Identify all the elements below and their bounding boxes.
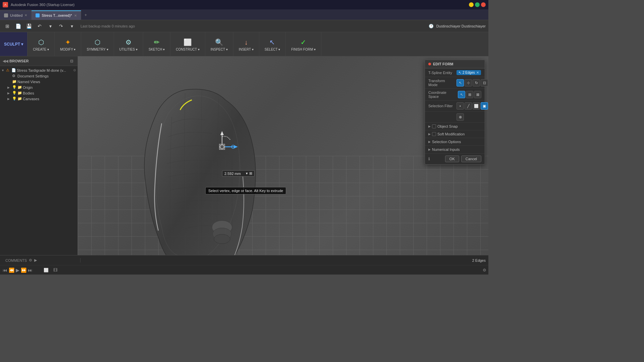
browser-collapse-icon[interactable]: ◀◀ (3, 59, 8, 63)
tree-item-root[interactable]: ▼ ⚠ 📄 Stress Tardigrade M-done (v... ⚙ (0, 67, 77, 73)
modify-label: MODIFY ▾ (60, 48, 75, 51)
tab-close-untitled[interactable]: ✕ (24, 13, 27, 17)
tree-arrow-origin: ▶ (7, 86, 11, 89)
finish-form-button[interactable]: ✓ FINISH FORM ▾ (288, 36, 318, 53)
play-button[interactable]: ▶ (16, 267, 19, 273)
tab-add-button[interactable]: + (81, 10, 91, 20)
browser-expand-button[interactable]: ⊡ (68, 58, 75, 64)
view-btn-1[interactable]: ⬜ (42, 266, 50, 274)
settings-button[interactable]: ⚙ (480, 266, 488, 274)
close-button[interactable] (481, 2, 486, 7)
comments-label: COMMENTS (5, 258, 27, 262)
filter-btn-1[interactable]: • (457, 102, 464, 110)
object-snap-checkbox[interactable] (432, 124, 436, 128)
inspect-button[interactable]: 🔍 INSPECT ▾ (208, 36, 230, 53)
edit-form-dot (428, 63, 431, 65)
ok-button[interactable]: OK (445, 156, 459, 162)
transform-mode-btn-4[interactable]: ⊡ (481, 79, 488, 86)
maximize-button[interactable] (475, 2, 480, 7)
apps-button[interactable]: ⊞ (3, 21, 12, 31)
comments-expand-icon[interactable]: ▶ (34, 258, 37, 262)
tree-settings-icon[interactable]: ⚙ (73, 68, 76, 72)
tree-arrow-docsettings (7, 74, 11, 78)
object-snap-section[interactable]: ▶ Object Snap (425, 123, 485, 130)
selection-filter-icons: • ╱ ⬜ ▣ (457, 102, 488, 110)
svg-marker-6 (220, 131, 224, 135)
numerical-inputs-section[interactable]: ▶ Numerical Inputs (425, 146, 485, 154)
selection-options-section[interactable]: ▶ Selection Options (425, 138, 485, 146)
filter-btn-3[interactable]: ⬜ (473, 102, 480, 110)
transform-mode-btn-3[interactable]: ↻ (473, 79, 480, 86)
view-controls: ⬜ 🎞 (42, 266, 59, 274)
value-input-expand[interactable]: ⊞ (249, 171, 252, 176)
tab-untitled[interactable]: Untitled ✕ (0, 10, 32, 20)
viewport[interactable]: Select vertex, edge or face. Alt Key to … (78, 56, 488, 255)
viewport-tooltip: Select vertex, edge or face. Alt Key to … (205, 187, 286, 194)
prev-button[interactable]: ⏪ (9, 267, 14, 273)
save-button[interactable]: 💾 (24, 21, 34, 31)
create-button[interactable]: ⬡ CREATE ▾ (30, 36, 52, 53)
tree-item-docsettings[interactable]: ⚙ Document Settings (0, 73, 77, 79)
next-button[interactable]: ⏩ (21, 267, 26, 273)
tree-item-canvases[interactable]: ▶ 💡 📁 Canvases (0, 96, 77, 102)
tree-item-bodies[interactable]: ▶ 💡 📁 Bodies (0, 90, 77, 96)
window-controls[interactable] (469, 2, 486, 7)
modify-button[interactable]: ✦ MODIFY ▾ (57, 36, 78, 53)
transform-mode-btn-1[interactable]: ↖ (457, 79, 464, 86)
svg-point-2 (214, 234, 230, 244)
tspline-badge[interactable]: ↖ 2 Edges ✕ (457, 70, 481, 75)
view-btn-2[interactable]: 🎞 (51, 266, 59, 274)
tree-folder-bodies: 📁 (17, 91, 22, 95)
svg-point-9 (231, 145, 235, 148)
undo-dropdown[interactable]: ▾ (46, 21, 55, 31)
end-button[interactable]: ⏭ (28, 267, 33, 273)
rewind-button[interactable]: ⏮ (3, 267, 7, 273)
cancel-button[interactable]: Cancel (461, 156, 481, 162)
sketch-button[interactable]: ✏ SKETCH ▾ (146, 36, 167, 53)
finish-form-icon: ✓ (298, 37, 309, 48)
tab-close-stress[interactable]: ✕ (74, 14, 77, 17)
construct-button[interactable]: ⬜ CONSTRUCT ▾ (173, 36, 202, 53)
filter-btn-2[interactable]: ╱ (465, 102, 472, 110)
tree-item-namedviews[interactable]: 📁 Named Views (0, 79, 77, 84)
utilities-button[interactable]: ⚙ UTILITIES ▾ (117, 36, 140, 53)
redo-dropdown[interactable]: ▾ (67, 21, 76, 31)
edit-form-header: EDIT FORM (425, 60, 485, 68)
filter-btn-4[interactable]: ▣ (481, 102, 488, 110)
insert-button[interactable]: ↓ INSERT ▾ (236, 36, 256, 53)
symmetry-button[interactable]: ⬡ SYMMETRY ▾ (84, 36, 111, 53)
tab-label-untitled: Untitled (10, 13, 22, 17)
coord-space-btn-1[interactable]: ↖ (458, 91, 465, 98)
inspect-icon: 🔍 (214, 37, 224, 48)
browser-title: BROWSER (9, 59, 29, 63)
backup-text: Last backup made 0 minutes ago (80, 24, 135, 28)
value-input-overlay[interactable]: ▾ ⊞ (222, 170, 255, 177)
value-input-dropdown[interactable]: ▾ (246, 171, 248, 176)
browser-tree: ▼ ⚠ 📄 Stress Tardigrade M-done (v... ⚙ ⚙… (0, 66, 77, 255)
coord-space-btn-3[interactable]: ⊠ (474, 91, 481, 98)
sketch-icon: ✏ (151, 37, 162, 48)
redo-button[interactable]: ↷ (56, 21, 66, 31)
construct-label: CONSTRUCT ▾ (176, 48, 199, 51)
tree-label-root: Stress Tardigrade M-done (v... (17, 68, 72, 72)
ribbon-group-select: ↖ SELECT ▾ (259, 32, 286, 56)
tab-stress[interactable]: Stress T...overed)* ✕ (32, 10, 81, 20)
value-input[interactable] (224, 172, 245, 176)
statusbar: COMMENTS ⚙ ▶ 2 Edges (0, 255, 488, 265)
badge-close[interactable]: ✕ (476, 71, 479, 74)
sculpt-menu[interactable]: SCULPT ▾ (0, 32, 28, 56)
filter-extra-btn-1[interactable]: ⊕ (457, 113, 464, 121)
tab-label-stress: Stress T...overed)* (42, 13, 72, 17)
soft-modification-section[interactable]: ▶ Soft Modification (425, 130, 485, 138)
new-button[interactable]: 📄 (13, 21, 23, 31)
soft-mod-checkbox[interactable] (432, 132, 436, 136)
info-icon[interactable]: ℹ (428, 157, 430, 161)
minimize-button[interactable] (469, 2, 474, 7)
coord-space-btn-2[interactable]: ⊞ (466, 91, 473, 98)
ribbon-group-modify: ✦ MODIFY ▾ (55, 32, 81, 56)
tree-item-origin[interactable]: ▶ 💡 📁 Origin (0, 84, 77, 90)
comments-settings-icon[interactable]: ⚙ (29, 258, 32, 262)
select-button[interactable]: ↖ SELECT ▾ (262, 36, 283, 53)
undo-button[interactable]: ↶ (35, 21, 44, 31)
transform-mode-btn-2[interactable]: ⊹ (465, 79, 472, 86)
